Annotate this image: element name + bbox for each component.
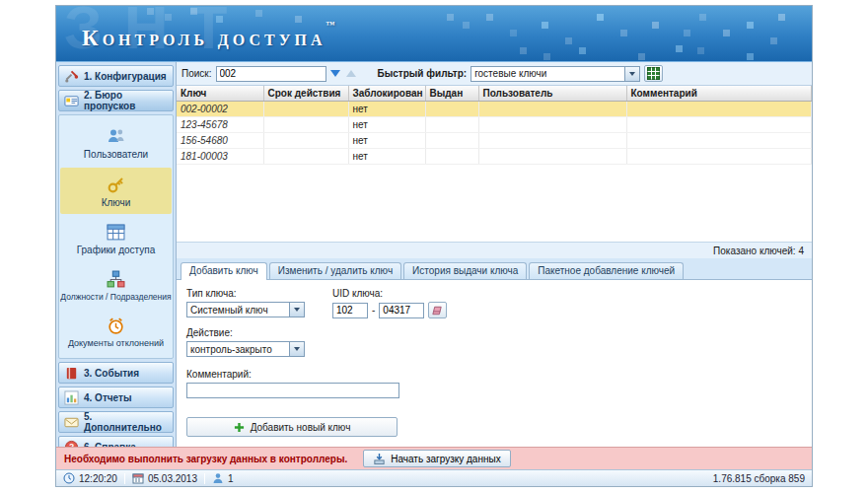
tools-icon: [64, 69, 79, 84]
upload-icon: [373, 453, 386, 465]
column-header-blocked[interactable]: Заблокирован: [348, 86, 425, 102]
cell-blocked: нет: [348, 117, 425, 133]
column-header-comment[interactable]: Комментарий: [626, 86, 812, 102]
column-header-issued[interactable]: Выдан: [425, 86, 478, 102]
users-icon: [107, 126, 126, 146]
sidebar-item-keys[interactable]: Ключи: [60, 168, 172, 214]
cell-issued: [425, 133, 478, 149]
cell-blocked: нет: [348, 149, 425, 165]
add-new-key-label: Добавить новый ключ: [251, 422, 351, 433]
header-mosaic-decoration: [447, 14, 454, 21]
cell-blocked: нет: [348, 102, 425, 117]
action-label: Действие:: [186, 327, 802, 338]
cell-comment: [626, 149, 812, 165]
uid-group: UID ключа: -: [332, 288, 447, 318]
cell-term: [263, 117, 348, 133]
cell-key: 181-00003: [177, 149, 263, 165]
cell-issued: [425, 102, 478, 117]
search-label: Поиск:: [181, 68, 212, 79]
clear-uid-button[interactable]: [428, 302, 447, 318]
cell-user: [478, 133, 626, 149]
column-header-term[interactable]: Срок действия: [263, 86, 348, 102]
column-header-key[interactable]: Ключ: [177, 86, 263, 102]
sidebar-item-positions-departments[interactable]: Должности / Подразделения: [60, 263, 172, 308]
comment-input[interactable]: [186, 383, 399, 398]
tab-edit-delete-key[interactable]: Изменить / удалить ключ: [269, 262, 401, 279]
add-new-key-button[interactable]: Добавить новый ключ: [186, 417, 398, 437]
calendar-icon: [132, 472, 144, 484]
table-header-row: Ключ Срок действия Заблокирован Выдан По…: [177, 86, 812, 102]
quick-filter-select[interactable]: гостевые ключи: [470, 66, 640, 82]
sub-item-label: Графики доступа: [77, 245, 156, 255]
cell-key: 002-00002: [177, 102, 263, 117]
cell-key: 156-54680: [177, 133, 263, 149]
tab-add-key[interactable]: Добавить ключ: [181, 262, 267, 280]
cell-comment: [626, 133, 812, 149]
sub-item-label: Должности / Подразделения: [60, 292, 171, 302]
sort-descending-icon[interactable]: [330, 70, 340, 77]
book-icon: [64, 366, 79, 381]
sidebar-item-label: 4. Отчеты: [84, 392, 131, 403]
content-area: Поиск: Быстрый фильтр: гостевые ключи: [177, 62, 812, 447]
table-row[interactable]: 181-00003 нет: [177, 149, 812, 165]
comment-group: Комментарий:: [186, 369, 802, 398]
sub-item-label: Документы отклонений: [68, 338, 164, 348]
date-value: 05.03.2013: [148, 473, 197, 484]
uid-number-input[interactable]: [379, 303, 424, 318]
uid-prefix-input[interactable]: [332, 303, 368, 318]
trademark-symbol: ™: [326, 20, 334, 30]
chevron-down-icon: [289, 342, 304, 356]
sidebar-item-users[interactable]: Пользователи: [60, 119, 172, 166]
clock-icon: [63, 472, 75, 484]
keys-table-area: Ключ Срок действия Заблокирован Выдан По…: [177, 86, 812, 242]
chevron-down-icon: [289, 303, 304, 317]
search-input[interactable]: [216, 66, 326, 82]
sidebar-item-label: 2. Бюро пропусков: [84, 90, 168, 111]
sidebar-item-label: 1. Конфигурация: [84, 71, 167, 82]
cell-issued: [425, 149, 478, 165]
sidebar-item-configuration[interactable]: 1. Конфигурация: [58, 65, 174, 87]
key-type-label: Тип ключа:: [186, 288, 305, 299]
app-title: Контроль доступа™: [82, 20, 334, 51]
key-icon: [107, 175, 126, 194]
tab-key-issue-history[interactable]: История выдачи ключа: [403, 262, 527, 279]
action-group: Действие: контроль-закрыто: [186, 327, 802, 357]
search-toolbar: Поиск: Быстрый фильтр: гостевые ключи: [177, 62, 812, 86]
start-data-upload-button[interactable]: Начать загрузку данных: [363, 450, 510, 467]
quick-filter-label: Быстрый фильтр:: [378, 68, 468, 79]
tab-batch-add-keys[interactable]: Пакетное добавление ключей: [529, 262, 684, 279]
schedule-grid-icon: [107, 223, 125, 242]
sidebar-item-access-schedules[interactable]: Графики доступа: [60, 216, 172, 261]
statusbar-separator: [204, 473, 205, 484]
sidebar-item-label: 3. События: [84, 368, 139, 379]
key-type-select[interactable]: Системный ключ: [186, 302, 305, 317]
column-header-user[interactable]: Пользователь: [478, 86, 626, 102]
keys-table: Ключ Срок действия Заблокирован Выдан По…: [177, 86, 812, 165]
sidebar-item-reports[interactable]: 4. Отчеты: [58, 387, 174, 408]
keys-shown-count: Показано ключей: 4: [713, 246, 804, 256]
uid-label: UID ключа:: [332, 288, 447, 299]
action-select[interactable]: контроль-закрыто: [186, 341, 305, 357]
sidebar-item-additional[interactable]: 5. Дополнительно: [58, 411, 174, 433]
action-value: контроль-закрыто: [190, 344, 272, 355]
status-bar: 12:20:20 05.03.2013 1 1.76.815 сборка 85…: [56, 469, 812, 486]
sidebar-item-pass-office[interactable]: 2. Бюро пропусков: [58, 90, 174, 111]
cell-blocked: нет: [348, 133, 425, 149]
key-type-value: Системный ключ: [190, 305, 268, 316]
table-row[interactable]: 156-54680 нет: [177, 133, 812, 149]
quick-filter-value: гостевые ключи: [474, 68, 546, 79]
table-row[interactable]: 002-00002 нет: [177, 102, 812, 117]
pass-office-subpanel: Пользователи Ключи Графики доступа Должн…: [58, 114, 174, 359]
bar-chart-icon: [64, 390, 79, 405]
sort-ascending-icon[interactable]: [346, 70, 356, 77]
sidebar-item-deviation-documents[interactable]: Документы отклонений: [60, 310, 172, 354]
export-excel-button[interactable]: [644, 65, 663, 82]
sidebar-item-events[interactable]: 3. События: [58, 362, 174, 384]
sub-item-label: Ключи: [102, 197, 131, 208]
add-key-form: Тип ключа: Системный ключ UID ключа: -: [177, 280, 812, 447]
chevron-down-icon: [624, 67, 639, 81]
header-mosaic-decoration: [520, 47, 527, 54]
org-chart-icon: [107, 270, 125, 289]
table-row[interactable]: 123-45678 нет: [177, 117, 812, 133]
users-online-indicator: 1: [212, 472, 234, 484]
